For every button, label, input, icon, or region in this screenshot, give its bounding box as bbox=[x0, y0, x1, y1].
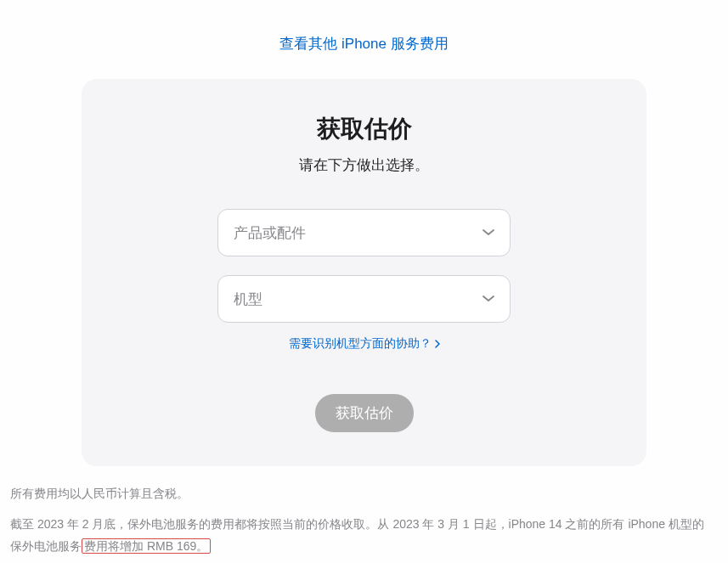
chevron-down-icon bbox=[483, 227, 494, 239]
card-subtitle: 请在下方做出选择。 bbox=[133, 155, 595, 175]
footer-line-1: 所有费用均以人民币计算且含税。 bbox=[10, 483, 707, 505]
footer-notes: 所有费用均以人民币计算且含税。 截至 2023 年 2 月底，保外电池服务的费用… bbox=[10, 483, 707, 558]
price-increase-highlight: 费用将增加 RMB 169。 bbox=[82, 538, 211, 554]
get-estimate-button[interactable]: 获取估价 bbox=[315, 394, 414, 432]
footer-line-2: 截至 2023 年 2 月底，保外电池服务的费用都将按照当前的价格收取。从 20… bbox=[10, 514, 707, 558]
chevron-right-icon bbox=[435, 337, 440, 351]
product-select[interactable]: 产品或配件 bbox=[217, 209, 511, 256]
identify-model-help-link[interactable]: 需要识别机型方面的协助？ bbox=[133, 336, 595, 352]
estimate-card: 获取估价 请在下方做出选择。 产品或配件 机型 需要识别机型方面的协助？ 获取估… bbox=[82, 79, 646, 466]
model-select-placeholder: 机型 bbox=[234, 290, 483, 309]
model-select[interactable]: 机型 bbox=[217, 275, 511, 323]
chevron-down-icon bbox=[483, 293, 494, 305]
view-other-fees-link[interactable]: 查看其他 iPhone 服务费用 bbox=[0, 34, 728, 53]
product-select-placeholder: 产品或配件 bbox=[234, 223, 483, 243]
help-link-text: 需要识别机型方面的协助？ bbox=[289, 336, 432, 352]
card-title: 获取估价 bbox=[133, 113, 595, 145]
